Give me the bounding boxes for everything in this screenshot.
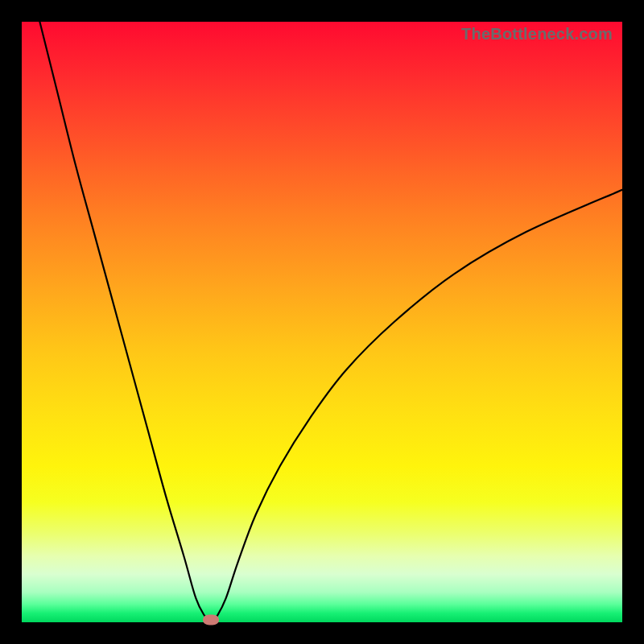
- plot-area: TheBottleneck.com: [22, 22, 622, 622]
- optimal-marker: [203, 615, 219, 625]
- bottleneck-curve: [22, 22, 622, 622]
- attribution-label: TheBottleneck.com: [461, 25, 613, 43]
- chart-frame: TheBottleneck.com: [0, 0, 644, 644]
